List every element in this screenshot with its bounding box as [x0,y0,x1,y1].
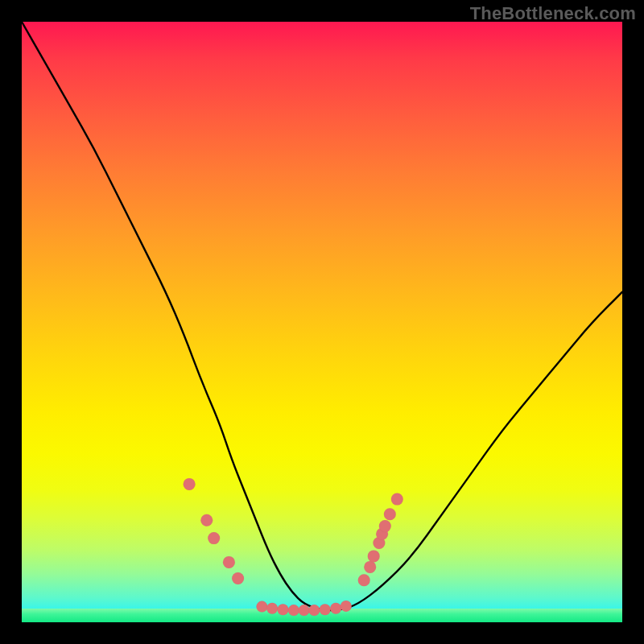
marker-dot [379,520,391,532]
marker-dot [308,605,320,616]
bottleneck-curve-svg [22,22,622,622]
marker-dot [384,508,396,520]
marker-dot [299,605,310,616]
marker-dot [232,572,244,584]
marker-dot [330,603,341,614]
bottleneck-curve-path [22,22,622,610]
marker-dot [256,601,267,613]
marker-dot [288,605,299,616]
marker-dot [358,574,370,586]
plot-area [22,22,622,622]
marker-dot [184,478,196,490]
marker-dot [341,601,352,612]
marker-dot [320,604,331,615]
chart-stage: TheBottleneck.com [0,0,644,644]
marker-dot [364,561,376,573]
marker-dot [208,532,220,544]
marker-dot [200,514,213,526]
marker-dot [278,604,289,615]
marker-dot [368,550,380,562]
marker-dots-left [184,478,245,584]
marker-dot [391,493,403,506]
marker-dot [266,603,278,614]
marker-dot [223,556,235,568]
